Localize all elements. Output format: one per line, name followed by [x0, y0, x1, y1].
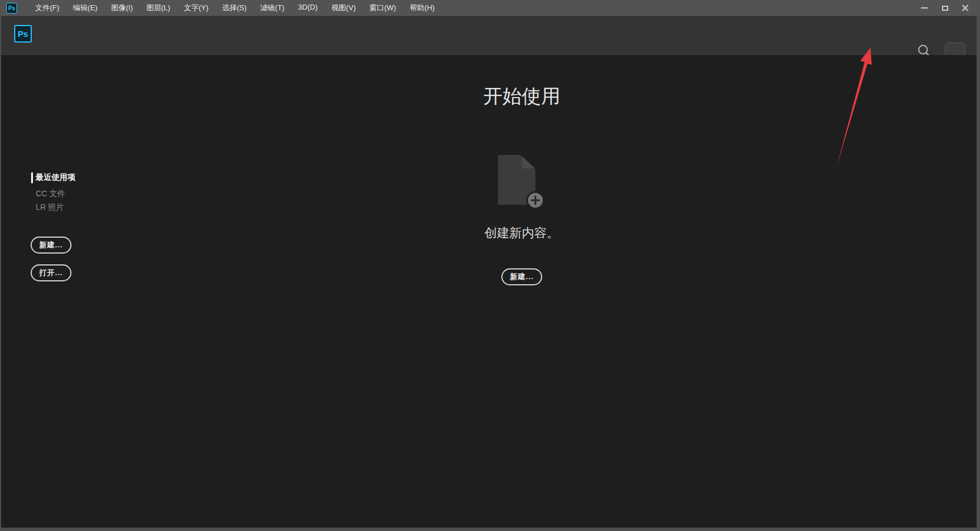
minimize-icon	[921, 7, 928, 9]
minimize-button[interactable]	[914, 0, 935, 16]
new-document-icon	[67, 154, 977, 210]
start-title: 开始使用	[67, 83, 977, 109]
sidebar-open-button[interactable]: 打开...	[31, 264, 71, 281]
window-controls	[914, 0, 975, 16]
menu-bar: Ps 文件(F)编辑(E)图像(I)图层(L)文字(Y)选择(S)滤镜(T)3D…	[0, 0, 980, 16]
empty-state-message: 创建新内容。	[67, 225, 977, 242]
menu-item-7[interactable]: 3D(D)	[291, 0, 324, 16]
window-border-bottom	[0, 528, 980, 531]
close-icon	[961, 4, 969, 12]
app-header: Ps	[0, 16, 980, 55]
menu-item-3[interactable]: 图层(L)	[140, 0, 177, 16]
maximize-button[interactable]	[935, 0, 955, 16]
window-border-left	[0, 16, 1, 531]
menu-item-10[interactable]: 帮助(H)	[403, 0, 441, 16]
photoshop-window: Ps 文件(F)编辑(E)图像(I)图层(L)文字(Y)选择(S)滤镜(T)3D…	[0, 0, 980, 531]
menu-item-6[interactable]: 滤镜(T)	[254, 0, 292, 16]
sidebar-item-1[interactable]: CC 文件	[36, 189, 65, 199]
maximize-icon	[942, 6, 948, 11]
photoshop-logo: Ps	[14, 25, 32, 43]
start-center-column: 开始使用 创建新内容。 新建...	[67, 55, 977, 528]
menu-item-9[interactable]: 窗口(W)	[362, 0, 403, 16]
menu-item-2[interactable]: 图像(I)	[104, 0, 140, 16]
active-item-indicator	[31, 172, 33, 183]
center-new-button[interactable]: 新建...	[501, 268, 542, 285]
window-border-right	[977, 16, 980, 531]
close-button[interactable]	[955, 0, 975, 16]
start-workspace: 最近使用项CC 文件LR 照片 新建... 打开... 开始使用 创建新内容。	[1, 55, 977, 528]
sidebar-item-2[interactable]: LR 照片	[36, 203, 64, 213]
sidebar-new-button[interactable]: 新建...	[31, 237, 71, 254]
menu-item-4[interactable]: 文字(Y)	[177, 0, 215, 16]
menu-item-1[interactable]: 编辑(E)	[66, 0, 104, 16]
menu-item-0[interactable]: 文件(F)	[28, 0, 66, 16]
menu-item-5[interactable]: 选择(S)	[215, 0, 253, 16]
menu-items: 文件(F)编辑(E)图像(I)图层(L)文字(Y)选择(S)滤镜(T)3D(D)…	[28, 0, 441, 16]
menu-item-8[interactable]: 视图(V)	[324, 0, 362, 16]
app-icon-small: Ps	[6, 3, 17, 14]
